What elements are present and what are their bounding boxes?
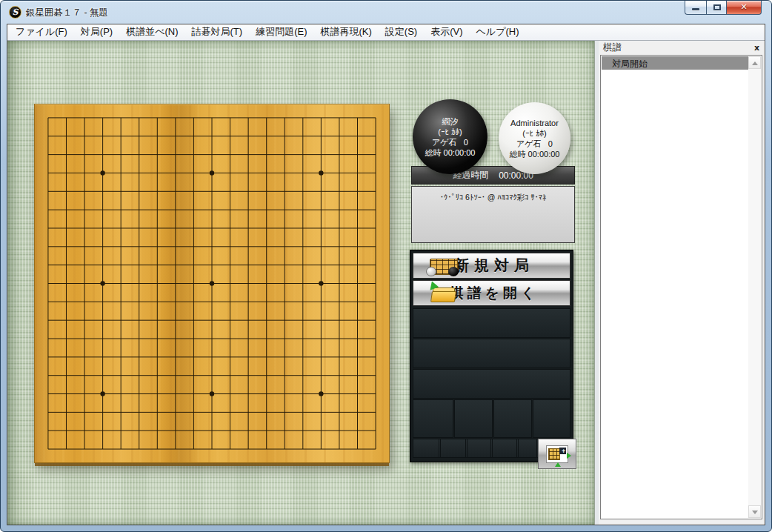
menu-item-2[interactable]: 棋譜並べ(N) [119,23,184,41]
message-text: ･ｳ･ﾟﾘｺ 6ﾄｿｰ･ @ ﾊﾖｺﾏｸ彩ｺ ｻ･ﾏﾈ [440,193,547,202]
window-controls: ✕ [685,1,762,15]
window-title: 銀星囲碁１７ - 無題 [26,7,108,19]
title-bar[interactable]: S 銀星囲碁１７ - 無題 ✕ [1,1,771,24]
hoshi-point [210,281,214,285]
app-window: S 銀星囲碁１７ - 無題 ✕ ファイル(F)対局(P)棋譜並べ(N)詰碁対局(… [0,0,772,532]
launcher-slot [493,399,532,438]
maximize-icon [713,4,721,10]
tatami-background: 繝汐 (ｰﾋ ｶﾎ) アゲ石 0 総時 00:00:00 Administrat… [7,41,594,525]
panel-toggle-button[interactable]: + [538,439,576,469]
kifu-listbox: 対局開始 [600,55,762,519]
menu-item-8[interactable]: ヘルプ(H) [470,23,526,41]
hoshi-point [319,281,323,285]
launcher-slot [413,369,570,399]
kifu-list-item[interactable]: 対局開始 [602,56,748,70]
launcher-slot [413,339,570,368]
kifu-close-icon[interactable]: x [754,44,759,52]
launcher-slot [413,308,570,338]
white-player-info: Administrator (ｰﾋ ｶﾎ) アゲ石 0 総時 00:00:00 [499,102,570,174]
launcher-slot [467,439,491,458]
new-game-button[interactable]: 新規対局 [413,253,570,279]
kifu-panel-title: 棋譜 [603,41,622,54]
go-board-icon [430,259,458,275]
close-icon: ✕ [727,2,761,13]
hoshi-point [319,391,323,396]
launcher-slot [492,439,517,458]
close-button[interactable]: ✕ [727,1,762,15]
open-folder-icon [431,285,456,303]
maximize-button[interactable] [706,1,727,15]
white-player-name: Administrator [510,118,559,128]
black-player-info: 繝汐 (ｰﾋ ｶﾎ) アゲ石 0 総時 00:00:00 [413,99,488,174]
message-box: ･ｳ･ﾟﾘｺ 6ﾄｿｰ･ @ ﾊﾖｺﾏｸ彩ｺ ｻ･ﾏﾈ [411,186,575,243]
open-kifu-button[interactable]: 棋譜を開く [413,280,570,306]
menu-bar: ファイル(F)対局(P)棋譜並べ(N)詰碁対局(T)練習問題(E)棋譜再現(K)… [7,24,765,41]
white-captures: アゲ石 0 [516,139,553,149]
kifu-scrollbar[interactable] [748,56,761,518]
hoshi-point [210,391,214,396]
menu-item-1[interactable]: 対局(P) [74,23,119,41]
launcher-slot [454,399,493,438]
hoshi-point [210,170,214,175]
menu-item-0[interactable]: ファイル(F) [9,23,74,41]
hoshi-point [319,170,323,175]
menu-item-6[interactable]: 設定(S) [379,23,424,41]
black-captures: アゲ石 0 [432,137,468,147]
black-player-name: 繝汐 [442,116,459,127]
white-total-time: 総時 00:00:00 [510,149,560,159]
launcher-slot [413,399,453,438]
app-icon: S [9,6,21,19]
client-area: ファイル(F)対局(P)棋譜並べ(N)詰碁対局(T)練習問題(E)棋譜再現(K)… [7,24,765,525]
hoshi-point [100,391,104,396]
white-player-rank: (ｰﾋ ｶﾎ) [522,128,546,139]
kifu-panel-header: 棋譜 x [599,41,765,55]
launcher-slot [533,399,570,438]
menu-item-7[interactable]: 表示(V) [424,23,469,41]
black-total-time: 総時 00:00:00 [425,147,476,158]
arrow-down-icon [752,511,758,514]
new-game-label: 新規対局 [449,256,534,276]
menu-item-4[interactable]: 練習問題(E) [249,23,313,41]
board-window-icon: + [546,445,568,463]
kifu-panel: 棋譜 x 対局開始 [599,41,765,525]
scroll-up-button[interactable] [748,56,761,69]
menu-item-3[interactable]: 詰碁対局(T) [185,23,250,41]
minimize-icon [692,8,699,10]
hoshi-point [100,170,104,175]
content-area: 繝汐 (ｰﾋ ｶﾎ) アゲ石 0 総時 00:00:00 Administrat… [7,41,765,525]
hoshi-point [100,281,104,285]
menu-item-5[interactable]: 棋譜再現(K) [313,23,378,41]
open-kifu-label: 棋譜を開く [445,284,539,303]
black-player-rank: (ｰﾋ ｶﾎ) [438,127,462,137]
go-board[interactable] [34,104,390,463]
kifu-move-list: 対局開始 [602,56,748,518]
arrow-up-icon [752,61,758,65]
scroll-down-button[interactable] [748,505,761,518]
launcher-slot [413,439,439,458]
launcher-slot [518,439,537,458]
launcher-panel: 新規対局 棋譜を開く [410,250,573,462]
minimize-button[interactable] [685,1,706,15]
launcher-slot [440,439,466,458]
